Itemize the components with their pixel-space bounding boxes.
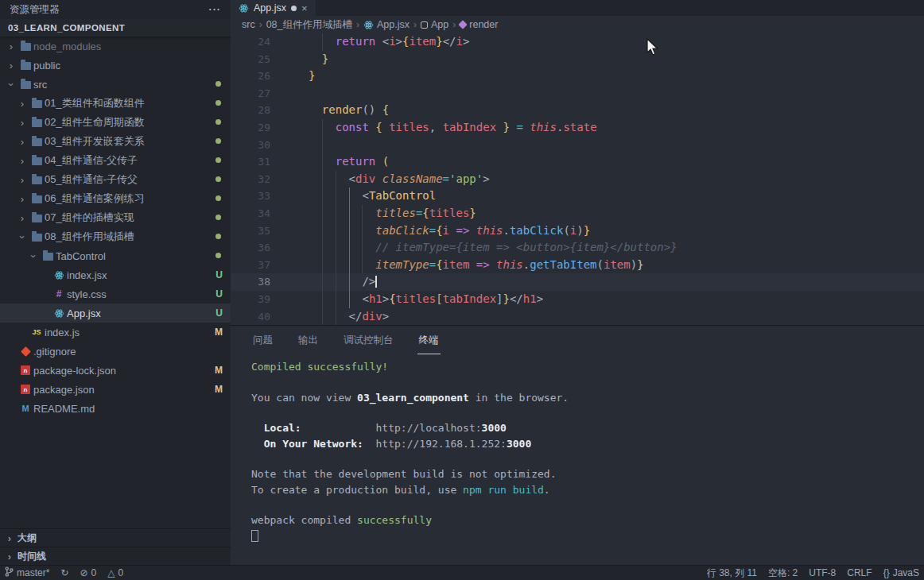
code-editor[interactable]: 24 return <i>{item}</i>25 }26}2728 rende… [231,33,924,325]
code-line[interactable]: 24 return <i>{item}</i> [231,33,924,51]
chevron-icon[interactable]: › [5,60,17,72]
project-section-header[interactable]: 03_LEARN_COMPONENT [0,19,231,37]
status-item-git-branch[interactable]: master* [5,566,49,579]
editor-tab-appjsx[interactable]: App.jsx × [231,0,316,16]
tree-item[interactable]: ›06_组件通信案例练习 [0,189,231,208]
tree-item[interactable]: ›01_类组件和函数组件 [0,94,231,113]
tree-item[interactable]: ›src [0,75,231,94]
code-line[interactable]: 32 <div className='app'> [231,171,924,188]
chevron-icon[interactable]: › [16,193,29,205]
status-item-errors[interactable]: ⊘0 [80,567,96,578]
code-line[interactable]: 38 /> [231,273,924,291]
code-line[interactable]: 30 [231,137,924,154]
code-line[interactable]: 33 <TabControl [231,188,924,205]
git-status-badge: M [215,384,223,395]
line-number[interactable]: 25 [231,51,270,68]
tab-close-icon[interactable]: × [301,3,308,14]
status-item-cursor-position[interactable]: 行 38, 列 11 [707,566,757,580]
breadcrumb-item[interactable]: App [421,19,448,30]
tree-item[interactable]: ›public [0,56,231,75]
chevron-icon[interactable]: › [16,136,29,148]
line-number[interactable]: 40 [231,308,270,326]
tree-item[interactable]: ›#style.cssU [0,284,231,304]
panel-tab-调试控制台[interactable]: 调试控制台 [342,326,395,354]
line-number[interactable]: 28 [231,102,270,119]
status-item-encoding[interactable]: UTF-8 [809,567,836,578]
line-number[interactable]: 32 [231,171,270,188]
line-number[interactable]: 24 [231,33,270,51]
chevron-icon: › [3,551,16,563]
code-line[interactable]: 37 itemType={item => this.getTabItem(ite… [231,257,924,274]
code-line[interactable]: 39 <h1>{titles[tabIndex]}</h1> [231,291,924,308]
tree-item[interactable]: ›index.jsxU [0,265,231,284]
tree-item[interactable]: ›02_组件生命周期函数 [0,113,231,132]
panel-tab-问题[interactable]: 问题 [251,326,274,354]
chevron-icon[interactable]: › [16,98,29,110]
chevron-icon[interactable]: › [6,78,17,91]
line-number[interactable]: 39 [231,291,270,308]
line-number[interactable]: 35 [231,222,270,240]
breadcrumb-item[interactable]: src [242,19,255,30]
status-item-warnings[interactable]: △0 [107,567,123,578]
chevron-icon[interactable]: › [16,212,29,224]
code-line[interactable]: 40 </div> [231,308,924,326]
code-line[interactable]: 25 } [231,51,924,68]
breadcrumb-item[interactable]: App.jsx [363,19,410,30]
code-line[interactable]: 27 [231,85,924,102]
tree-item-label: .gitignore [33,346,96,358]
tree-item[interactable]: ›08_组件作用域插槽 [0,227,231,246]
react-icon [54,270,64,280]
line-number[interactable]: 36 [231,239,270,257]
line-number[interactable]: 38 [231,273,270,291]
terminal-output[interactable]: Compiled successfully! You can now view … [231,354,924,565]
tree-item[interactable]: ›App.jsxU [0,304,231,323]
chevron-icon[interactable]: › [16,117,29,129]
code-line[interactable]: 35 tabClick={i => this.tabClick(i)} [231,222,924,240]
more-actions-icon[interactable]: ··· [209,4,222,15]
code-line[interactable]: 36 // itemType={item => <button>{item}</… [231,239,924,257]
tree-item[interactable]: ›07_组件的插槽实现 [0,208,231,227]
panel-tab-终端[interactable]: 终端 [417,326,441,354]
code-line[interactable]: 29 const { titles, tabIndex } = this.sta… [231,119,924,137]
code-line[interactable]: 28 render() { [231,102,924,119]
line-number[interactable]: 30 [231,137,270,154]
chevron-icon[interactable]: › [5,41,17,52]
line-number[interactable]: 29 [231,119,270,137]
breadcrumb-item[interactable]: 08_组件作用域插槽 [266,18,352,32]
status-item-language-mode[interactable]: {}JavaS [883,567,919,578]
code-line[interactable]: 34 titles={titles} [231,205,924,222]
line-number[interactable]: 31 [231,153,270,171]
panel-tab-输出[interactable]: 输出 [297,326,320,354]
git-status-dot [215,195,221,201]
status-item-sync[interactable]: ↻ [60,567,68,578]
sidebar-section-大纲[interactable]: ›大纲 [0,528,231,547]
line-number[interactable]: 26 [231,68,270,85]
tree-item[interactable]: ›node_modules [0,37,231,56]
line-number[interactable]: 33 [231,188,270,205]
tree-item[interactable]: ›npackage-lock.jsonM [0,361,231,380]
chevron-icon[interactable]: › [16,174,29,186]
status-item-indentation[interactable]: 空格: 2 [768,566,798,580]
line-number[interactable]: 34 [231,205,270,222]
terminal-line [251,374,924,389]
chevron-icon[interactable]: › [28,249,40,262]
chevron-icon[interactable]: › [16,155,29,167]
chevron-icon[interactable]: › [17,230,29,243]
tree-item[interactable]: ›04_组件通信-父传子 [0,151,231,170]
line-number[interactable]: 27 [231,85,270,102]
code-line[interactable]: 26} [231,68,924,85]
tree-item[interactable]: ›JSindex.jsM [0,323,231,342]
code-line[interactable]: 31 return ( [231,153,924,171]
tab-label: App.jsx [254,2,286,14]
tree-item[interactable]: ›05_组件通信-子传父 [0,170,231,189]
breadcrumb-item[interactable]: render [460,19,498,30]
tree-item[interactable]: ›TabControl [0,246,231,265]
sidebar-section-时间线[interactable]: ›时间线 [0,547,231,565]
status-item-eol[interactable]: CRLF [847,567,872,578]
tree-item[interactable]: ›MREADME.md [0,399,231,418]
tree-item[interactable]: ›03_组件开发嵌套关系 [0,132,231,151]
tree-item[interactable]: ›.gitignore [0,342,231,361]
tree-item[interactable]: ›npackage.jsonM [0,380,231,399]
sync-icon: ↻ [60,567,68,578]
line-number[interactable]: 37 [231,257,270,274]
